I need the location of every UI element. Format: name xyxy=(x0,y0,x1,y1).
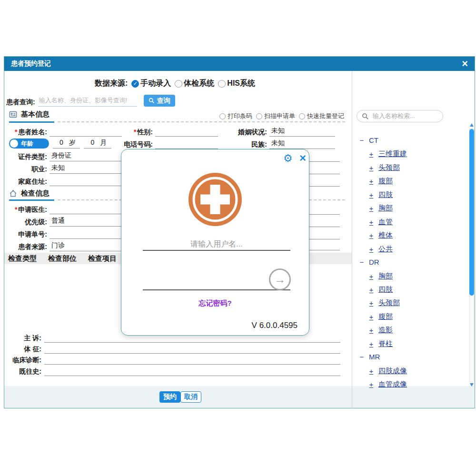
tree-item[interactable]: +腹部 xyxy=(368,177,393,186)
tree-item-label: 造影 xyxy=(378,326,393,335)
history-field-input[interactable] xyxy=(44,367,340,376)
top-option-label: 扫描申请单 xyxy=(264,112,295,120)
exam-table-column-header[interactable]: 检查类型 xyxy=(8,254,37,263)
collapse-icon[interactable]: − xyxy=(359,258,365,266)
cancel-button[interactable]: 取消 xyxy=(180,391,201,403)
id-type-input[interactable]: 身份证 xyxy=(50,151,122,161)
expand-icon[interactable]: + xyxy=(368,380,374,388)
expand-icon[interactable]: + xyxy=(368,164,374,172)
tree-item-label: 头颈部 xyxy=(378,298,400,307)
tree-group[interactable]: −MR xyxy=(359,353,380,361)
patient-query-input[interactable]: 输入名称、身份证、影像号查询! xyxy=(38,95,137,107)
tree-item[interactable]: +血管成像 xyxy=(368,380,407,389)
forgot-password-link[interactable]: 忘记密码? xyxy=(121,299,309,308)
exam-table-column-header[interactable]: 检查部位 xyxy=(48,254,77,263)
occupation-input[interactable]: 未知 xyxy=(50,164,122,174)
scroll-down-icon[interactable] xyxy=(470,383,474,387)
patient-source-input[interactable]: 门诊 xyxy=(50,241,122,251)
expand-icon[interactable]: + xyxy=(368,191,374,199)
confirm-button[interactable]: 预约 xyxy=(159,391,180,403)
expand-icon[interactable]: + xyxy=(368,150,374,158)
username-input[interactable]: 请输入用户名... xyxy=(143,237,290,251)
data-source-option[interactable]: ✓手动录入 xyxy=(131,79,171,89)
history-field-row: 体 征: xyxy=(8,344,340,354)
top-option[interactable]: 扫描申请单 xyxy=(256,112,295,120)
expand-icon[interactable]: + xyxy=(368,245,374,253)
order-no-input[interactable] xyxy=(50,229,122,239)
doctor-input[interactable] xyxy=(50,204,122,214)
collapse-icon[interactable]: − xyxy=(359,353,365,361)
tree-item[interactable]: +腹部 xyxy=(368,312,393,321)
sidebar-scrollbar-thumb[interactable] xyxy=(469,129,474,296)
age-toggle[interactable]: 年龄 xyxy=(9,139,49,149)
version-text: V 6.0.0.4595 xyxy=(252,321,298,330)
login-arrow-button[interactable]: → xyxy=(269,268,291,290)
address-input[interactable] xyxy=(50,176,122,186)
query-button[interactable]: 查询 xyxy=(144,95,175,107)
tree-item[interactable]: +头颈部 xyxy=(368,163,400,172)
password-input[interactable] xyxy=(143,273,290,290)
tree-item[interactable]: +四肢成像 xyxy=(368,367,407,376)
age-months-input[interactable]: 0 月 xyxy=(84,139,111,149)
tree-item[interactable]: +椎体 xyxy=(368,231,393,240)
history-field-label: 临床诊断: xyxy=(8,356,41,365)
gender-input[interactable] xyxy=(155,127,218,137)
expand-icon[interactable]: + xyxy=(368,231,374,239)
expand-icon[interactable]: + xyxy=(368,272,374,280)
expand-icon[interactable]: + xyxy=(368,313,374,321)
history-field-input[interactable] xyxy=(44,355,340,365)
radio-icon xyxy=(219,113,226,119)
gear-icon[interactable]: ⚙ xyxy=(283,152,293,165)
expand-icon[interactable]: + xyxy=(368,177,374,185)
tree-item-label: 血管成像 xyxy=(378,380,407,389)
top-option-label: 快速批量登记 xyxy=(307,112,344,120)
patient-source-field: 患者来源: 门诊 xyxy=(8,241,122,251)
age-years-input[interactable]: 0 岁 xyxy=(53,139,80,149)
priority-input[interactable]: 普通 xyxy=(50,217,122,227)
tree-item-label: MR xyxy=(369,353,380,361)
dialog-footer: 预约 取消 xyxy=(4,386,475,408)
marital-input[interactable]: 未知 xyxy=(269,127,335,137)
home-icon xyxy=(9,189,17,198)
occupation-label: 职业: xyxy=(8,165,47,174)
sidebar-search[interactable]: 输入名称检索... xyxy=(357,110,443,122)
patient-name-label: *患者姓名: xyxy=(8,128,47,137)
expand-icon[interactable]: + xyxy=(368,326,374,334)
data-source-option[interactable]: HIS系统 xyxy=(218,79,255,89)
expand-icon[interactable]: + xyxy=(368,299,374,307)
tree-item[interactable]: +四肢 xyxy=(368,190,393,199)
data-source-option[interactable]: 体检系统 xyxy=(175,79,214,89)
tree-item[interactable]: +三维重建 xyxy=(368,149,407,159)
tree-item[interactable]: +头颈部 xyxy=(368,298,400,307)
tree-item[interactable]: +四肢 xyxy=(368,285,393,294)
dialog-close-icon[interactable]: × xyxy=(462,59,468,69)
tree-group[interactable]: −CT xyxy=(359,136,378,144)
tree-group[interactable]: −DR xyxy=(359,258,379,266)
phone-input[interactable] xyxy=(155,139,218,149)
expand-icon[interactable]: + xyxy=(368,286,374,294)
scroll-up-icon[interactable] xyxy=(470,123,474,127)
expand-icon[interactable]: + xyxy=(368,367,374,375)
tree-item[interactable]: +造影 xyxy=(368,326,393,335)
patient-name-input[interactable] xyxy=(50,127,122,137)
expand-icon[interactable]: + xyxy=(368,218,374,226)
top-option[interactable]: 快速批量登记 xyxy=(299,112,344,120)
tree-item[interactable]: +公共 xyxy=(368,245,393,254)
popup-close-icon[interactable]: × xyxy=(299,152,306,164)
collapse-icon[interactable]: − xyxy=(359,136,365,144)
exam-table-column-header[interactable]: 检查项目 xyxy=(88,254,117,263)
history-field-input[interactable] xyxy=(44,344,340,354)
tree-item[interactable]: +胸部 xyxy=(368,204,393,213)
tree-item[interactable]: +脊柱 xyxy=(368,339,393,348)
history-field-row: 既往史: xyxy=(8,366,340,376)
history-field-label: 既往史: xyxy=(8,367,41,376)
expand-icon[interactable]: + xyxy=(368,204,374,212)
tree-item[interactable]: +胸部 xyxy=(368,272,393,281)
tree-item-label: 三维重建 xyxy=(378,149,407,159)
id-type-field: 证件类型: 身份证 xyxy=(8,151,122,161)
marital-label: 婚姻状况: xyxy=(227,128,267,137)
expand-icon[interactable]: + xyxy=(368,340,374,348)
ethnic-input[interactable]: 未知 xyxy=(269,139,335,149)
top-option[interactable]: 打印条码 xyxy=(219,112,252,120)
tree-item[interactable]: +血管 xyxy=(368,218,393,227)
